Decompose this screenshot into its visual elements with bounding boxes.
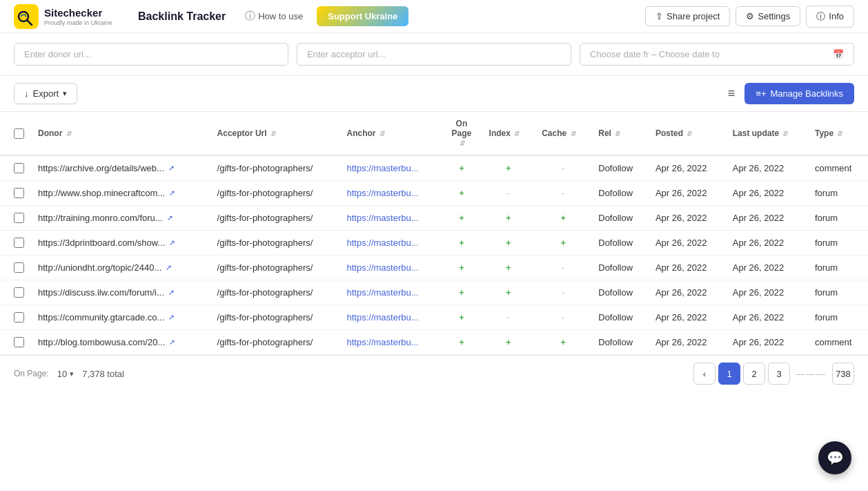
- row-checkbox-cell: [0, 280, 31, 305]
- rel-cell: Dofollow: [591, 305, 649, 330]
- index-cell: +: [482, 280, 535, 305]
- rel-cell: Dofollow: [591, 280, 649, 305]
- table-row: https://3dprintboard.com/show... ➚ /gift…: [0, 231, 868, 256]
- index-cell: +: [482, 155, 535, 181]
- external-link-icon[interactable]: ➚: [166, 263, 172, 272]
- external-link-icon[interactable]: ➚: [167, 213, 173, 222]
- acceptor-cell: /gifts-for-photographers/: [210, 155, 340, 181]
- col-donor[interactable]: Donor ⇵: [31, 112, 210, 155]
- anchor-cell: https://masterbu...: [340, 181, 442, 206]
- col-acceptor[interactable]: Acceptor Url ⇵: [210, 112, 340, 155]
- posted-cell: Apr 26, 2022: [649, 330, 726, 355]
- backlinks-table: Donor ⇵ Acceptor Url ⇵ Anchor ⇵ On Page …: [0, 112, 868, 355]
- external-link-icon[interactable]: ➚: [168, 313, 175, 322]
- per-page-select[interactable]: 10 ▾: [57, 369, 74, 379]
- last-update-cell: Apr 26, 2022: [726, 305, 808, 330]
- col-anchor[interactable]: Anchor ⇵: [340, 112, 442, 155]
- col-last-update[interactable]: Last update ⇵: [726, 112, 808, 155]
- settings-button[interactable]: ⚙ Settings: [736, 6, 800, 26]
- page-3-button[interactable]: 3: [768, 363, 790, 385]
- last-page-button[interactable]: 738: [832, 363, 854, 385]
- donor-url: https://discuss.ilw.com/forum/i...: [38, 287, 164, 298]
- donor-url: https://community.gtarcade.co...: [38, 312, 164, 322]
- row-checkbox-3[interactable]: [14, 238, 24, 248]
- cache-cell: -: [535, 181, 591, 206]
- manage-backlinks-button[interactable]: ≡+ Manage Backlinks: [744, 83, 854, 104]
- donor-url: http://www.shop.minecraftcom...: [38, 188, 165, 198]
- external-link-icon[interactable]: ➚: [169, 238, 175, 247]
- toolbar: ↓ Export ▾ ≡ ≡+ Manage Backlinks: [0, 76, 868, 112]
- col-on-page[interactable]: On Page ⇵: [441, 112, 482, 155]
- support-ukraine-button[interactable]: Support Ukraine: [317, 6, 408, 26]
- row-checkbox-4[interactable]: [14, 262, 24, 273]
- external-link-icon[interactable]: ➚: [168, 164, 175, 173]
- share-project-button[interactable]: ⇧ Share project: [645, 6, 730, 26]
- col-type[interactable]: Type ⇵: [808, 112, 868, 155]
- page-1-button[interactable]: 1: [718, 363, 740, 385]
- last-update-cell: Apr 26, 2022: [726, 256, 808, 280]
- donor-cell: http://blog.tombowusa.com/20... ➚: [31, 330, 210, 355]
- posted-cell: Apr 26, 2022: [649, 305, 726, 330]
- row-checkbox-5[interactable]: [14, 287, 24, 298]
- gear-icon: ⚙: [746, 11, 754, 21]
- column-filter-button[interactable]: ≡: [725, 84, 738, 104]
- acceptor-cell: /gifts-for-photographers/: [210, 305, 340, 330]
- external-link-icon[interactable]: ➚: [168, 288, 175, 297]
- row-checkbox-7[interactable]: [14, 337, 24, 347]
- per-page-dropdown-icon: ▾: [70, 369, 74, 378]
- logo-name: Sitechecker: [44, 7, 112, 19]
- download-icon: ↓: [24, 88, 29, 99]
- rel-cell: Dofollow: [591, 181, 649, 206]
- external-link-icon[interactable]: ➚: [169, 338, 175, 347]
- table-row: https://community.gtarcade.co... ➚ /gift…: [0, 305, 868, 330]
- select-all-checkbox[interactable]: [14, 128, 24, 139]
- donor-url-input[interactable]: [14, 43, 288, 66]
- last-update-cell: Apr 26, 2022: [726, 231, 808, 256]
- acceptor-cell: /gifts-for-photographers/: [210, 330, 340, 355]
- share-icon: ⇧: [655, 11, 663, 21]
- donor-sort-icon: ⇵: [66, 130, 72, 137]
- col-rel[interactable]: Rel ⇵: [591, 112, 649, 155]
- donor-url: http://training.monro.com/foru...: [38, 213, 163, 223]
- row-checkbox-1[interactable]: [14, 188, 24, 198]
- col-index[interactable]: Index ⇵: [482, 112, 535, 155]
- col-checkbox: [0, 112, 31, 155]
- index-cell: +: [482, 330, 535, 355]
- page-2-button[interactable]: 2: [743, 363, 765, 385]
- row-checkbox-cell: [0, 256, 31, 280]
- acceptor-cell: /gifts-for-photographers/: [210, 231, 340, 256]
- col-posted[interactable]: Posted ⇵: [649, 112, 726, 155]
- type-cell: comment: [808, 155, 868, 181]
- total-count: 7,378 total: [82, 369, 124, 379]
- row-checkbox-cell: [0, 206, 31, 231]
- prev-page-button[interactable]: ‹: [693, 363, 716, 385]
- anchor-cell: https://masterbu...: [340, 280, 442, 305]
- info-button[interactable]: ⓘ Info: [806, 6, 854, 28]
- type-cell: forum: [808, 256, 868, 280]
- row-checkbox-6[interactable]: [14, 312, 24, 322]
- per-page-value: 10: [57, 369, 67, 379]
- rel-sort-icon: ⇵: [615, 130, 620, 137]
- export-dropdown-icon: ▾: [63, 89, 67, 98]
- date-range-picker[interactable]: Choose date fr – Choose date to 📅: [580, 43, 854, 66]
- anchor-cell: https://masterbu...: [340, 305, 442, 330]
- donor-cell: https://discuss.ilw.com/forum/i... ➚: [31, 280, 210, 305]
- type-sort-icon: ⇵: [837, 130, 842, 137]
- external-link-icon[interactable]: ➚: [169, 189, 175, 198]
- posted-cell: Apr 26, 2022: [649, 256, 726, 280]
- acceptor-cell: /gifts-for-photographers/: [210, 280, 340, 305]
- table-row: http://training.monro.com/foru... ➚ /gif…: [0, 206, 868, 231]
- donor-url: http://uniondht.org/topic/2440...: [38, 262, 161, 273]
- on-page-sort-icon: ⇵: [460, 139, 465, 147]
- col-cache[interactable]: Cache ⇵: [535, 112, 591, 155]
- row-checkbox-0[interactable]: [14, 163, 24, 173]
- table-row: https://archive.org/details/web... ➚ /gi…: [0, 155, 868, 181]
- export-button[interactable]: ↓ Export ▾: [14, 83, 77, 104]
- cache-cell: +: [535, 231, 591, 256]
- per-page-label: On Page:: [14, 369, 49, 378]
- how-to-use-link[interactable]: ⓘ How to use: [245, 10, 303, 23]
- acceptor-url-input[interactable]: [297, 43, 571, 66]
- row-checkbox-2[interactable]: [14, 213, 24, 223]
- row-checkbox-cell: [0, 330, 31, 355]
- calendar-icon: 📅: [833, 49, 844, 59]
